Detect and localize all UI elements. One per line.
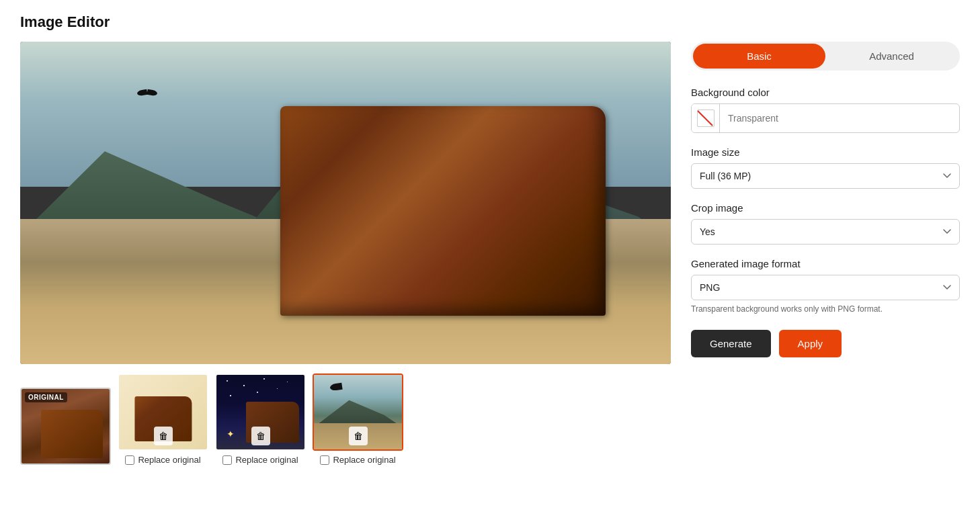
background-color-group: Background color xyxy=(691,87,960,133)
image-size-group: Image size Full (36 MP) Large (12 MP) Me… xyxy=(691,146,960,189)
background-color-input[interactable] xyxy=(720,106,959,130)
generate-button[interactable]: Generate xyxy=(691,330,771,357)
image-size-select[interactable]: Full (36 MP) Large (12 MP) Medium (4 MP)… xyxy=(691,163,960,189)
thumbnail-item-3: ✦ 🗑 Replace original xyxy=(215,373,306,465)
thumbnail-4[interactable]: 🗑 xyxy=(313,373,403,451)
thumbnail-item-2: 🗑 Replace original xyxy=(118,373,208,465)
tab-switcher: Basic Advanced xyxy=(691,42,960,71)
format-hint: Transparent background works only with P… xyxy=(691,304,960,314)
thumbnail-4-replace-text: Replace original xyxy=(333,455,395,465)
thumbnail-4-replace-checkbox[interactable] xyxy=(320,455,329,465)
background-color-label: Background color xyxy=(691,87,960,98)
transparent-icon xyxy=(697,109,714,127)
crop-image-label: Crop image xyxy=(691,202,960,214)
right-panel: Basic Advanced Background color Image si… xyxy=(691,42,960,357)
image-format-group: Generated image format PNG JPEG WebP Tra… xyxy=(691,258,960,314)
image-format-label: Generated image format xyxy=(691,258,960,269)
page-title: Image Editor xyxy=(20,13,960,31)
apply-button[interactable]: Apply xyxy=(779,330,842,357)
image-size-label: Image size xyxy=(691,146,960,158)
thumbnail-item-1: ORIGINAL xyxy=(20,388,111,465)
thumbnail-1[interactable]: ORIGINAL xyxy=(20,388,111,465)
image-format-select[interactable]: PNG JPEG WebP xyxy=(691,275,960,300)
thumbnail-2-replace-label[interactable]: Replace original xyxy=(125,455,200,465)
tab-advanced[interactable]: Advanced xyxy=(825,44,958,69)
thumbnail-3-replace-text: Replace original xyxy=(235,455,298,465)
thumbnail-3[interactable]: ✦ 🗑 xyxy=(215,373,306,451)
left-panel: ORIGINAL 🗑 Replace original xyxy=(20,42,671,465)
original-label: ORIGINAL xyxy=(25,392,67,402)
thumbnails-row: ORIGINAL 🗑 Replace original xyxy=(20,373,671,465)
color-swatch[interactable] xyxy=(692,104,720,132)
thumbnail-3-delete-button[interactable]: 🗑 xyxy=(251,427,270,445)
action-buttons: Generate Apply xyxy=(691,330,960,357)
thumbnail-3-replace-label[interactable]: Replace original xyxy=(222,455,298,465)
thumbnail-4-delete-button[interactable]: 🗑 xyxy=(349,427,368,445)
crop-image-select[interactable]: Yes No xyxy=(691,219,960,245)
tab-basic[interactable]: Basic xyxy=(693,44,825,69)
thumbnail-4-replace-label[interactable]: Replace original xyxy=(320,455,395,465)
background-color-input-row xyxy=(691,103,960,133)
main-layout: ORIGINAL 🗑 Replace original xyxy=(20,42,960,465)
thumbnail-2[interactable]: 🗑 xyxy=(118,373,208,451)
thumbnail-3-replace-checkbox[interactable] xyxy=(222,455,232,465)
thumbnail-2-replace-text: Replace original xyxy=(138,455,200,465)
thumbnail-2-delete-button[interactable]: 🗑 xyxy=(154,427,173,445)
thumbnail-item-4: 🗑 Replace original xyxy=(313,373,403,465)
bird-icon xyxy=(137,90,157,100)
boots xyxy=(280,106,606,316)
thumbnail-2-replace-checkbox[interactable] xyxy=(125,455,134,465)
crop-image-group: Crop image Yes No xyxy=(691,202,960,245)
main-image xyxy=(20,42,671,364)
